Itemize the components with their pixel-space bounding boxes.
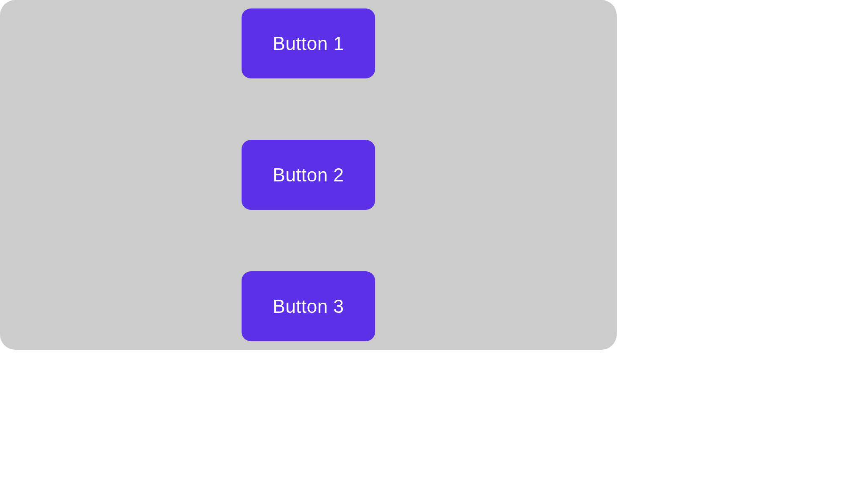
- button-2[interactable]: Button 2: [242, 140, 375, 210]
- button-1[interactable]: Button 1: [242, 8, 375, 78]
- button-3[interactable]: Button 3: [242, 271, 375, 341]
- button-panel: Button 1 Button 2 Button 3: [0, 0, 617, 350]
